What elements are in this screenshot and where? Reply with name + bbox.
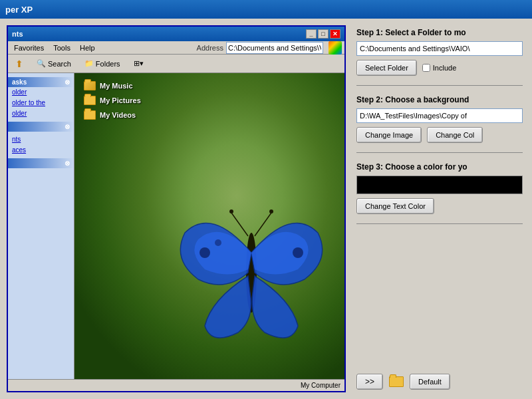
select-folder-button[interactable]: Select Folder — [356, 60, 417, 76]
other-section: ⊗ — [8, 122, 74, 132]
folder-list: My Music My Pictures My Videos — [81, 80, 144, 121]
include-label: Include — [433, 64, 456, 72]
other-chevron[interactable]: ⊗ — [65, 123, 70, 130]
search-icon: 🔍 — [37, 59, 46, 68]
task-link-1[interactable]: older — [8, 87, 74, 98]
svg-point-7 — [269, 209, 273, 213]
svg-line-5 — [255, 213, 271, 236]
svg-line-4 — [231, 213, 248, 236]
videos-folder-icon — [84, 110, 96, 120]
text-color-preview — [356, 176, 523, 194]
app-title: per XP — [5, 5, 33, 15]
step1-section: Step 1: Select a Folder to mo Select Fol… — [356, 28, 523, 76]
bottom-chevron-header: ⊗ — [8, 158, 74, 168]
places-link-1[interactable]: nts — [8, 134, 74, 145]
task-link-3[interactable]: older — [8, 108, 74, 119]
favorites-menu[interactable]: Favorites — [11, 43, 47, 53]
explorer-main-area: My Music My Pictures My Videos — [74, 73, 344, 379]
svg-point-1 — [200, 247, 210, 258]
my-pictures-folder[interactable]: My Pictures — [81, 94, 144, 106]
windows-logo — [329, 41, 342, 55]
help-menu[interactable]: Help — [76, 43, 98, 53]
app-titlebar: per XP — [0, 0, 532, 19]
statusbar-text: My Computer — [301, 382, 340, 389]
step2-button-row: Change Image Change Col — [356, 127, 523, 143]
pictures-folder-icon — [84, 96, 96, 105]
include-checkbox-wrap: Include — [422, 64, 456, 72]
tools-menu[interactable]: Tools — [50, 43, 74, 53]
back-icon: ⬆ — [15, 59, 23, 69]
back-button[interactable]: ⬆ — [11, 57, 28, 71]
step3-button-row: Change Text Color — [356, 198, 523, 214]
svg-point-3 — [293, 247, 303, 258]
right-panel: Step 1: Select a Folder to mo Select Fol… — [354, 25, 525, 392]
my-music-label: My Music — [100, 82, 133, 90]
change-text-color-button[interactable]: Change Text Color — [356, 198, 434, 214]
places-section: nts aces — [8, 134, 74, 156]
svg-point-6 — [229, 209, 233, 213]
browse-folder-icon — [389, 376, 404, 387]
explorer-window: nts _ □ ✕ Favorites Tools Help Address ⬆… — [7, 25, 346, 392]
address-input[interactable] — [226, 42, 323, 54]
folders-icon: 📁 — [84, 59, 94, 68]
search-button[interactable]: 🔍 Search — [32, 57, 76, 71]
my-videos-folder[interactable]: My Videos — [81, 109, 144, 121]
default-button[interactable]: Default — [410, 374, 450, 390]
browse-folder-button[interactable] — [388, 375, 404, 388]
minimize-button[interactable]: _ — [306, 29, 317, 39]
view-icon: ⊞▾ — [134, 59, 144, 68]
tasks-section: asks ⊗ older older to the older — [8, 77, 74, 119]
step2-section: Step 2: Choose a background Change Image… — [356, 95, 523, 143]
change-color-button[interactable]: Change Col — [427, 127, 483, 143]
my-videos-label: My Videos — [100, 111, 136, 119]
explorer-body: asks ⊗ older older to the older ⊗ nts ac… — [8, 73, 344, 379]
places-link-2[interactable]: aces — [8, 145, 74, 156]
explorer-toolbar: ⬆ 🔍 Search 📁 Folders ⊞▾ — [8, 55, 344, 73]
my-pictures-label: My Pictures — [100, 96, 141, 104]
step1-title: Step 1: Select a Folder to mo — [356, 28, 523, 37]
divider-1 — [356, 85, 523, 86]
change-image-button[interactable]: Change Image — [356, 127, 422, 143]
view-button[interactable]: ⊞▾ — [129, 57, 148, 71]
search-label: Search — [48, 60, 71, 68]
close-button[interactable]: ✕ — [330, 29, 340, 39]
divider-3 — [356, 223, 523, 224]
next-button[interactable]: >> — [356, 374, 383, 390]
tasks-chevron[interactable]: ⊗ — [65, 78, 70, 86]
task-link-2[interactable]: older to the — [8, 98, 74, 108]
step2-path-input[interactable] — [356, 108, 523, 123]
bottom-row: >> Default — [356, 374, 523, 390]
step1-button-row: Select Folder Include — [356, 60, 523, 76]
other-header: ⊗ — [8, 122, 74, 132]
explorer-title: nts — [12, 30, 23, 38]
butterfly-image — [158, 166, 344, 379]
explorer-titlebar: nts _ □ ✕ — [8, 27, 344, 41]
step2-title: Step 2: Choose a background — [356, 95, 523, 104]
background-image: My Music My Pictures My Videos — [74, 73, 344, 379]
folders-button[interactable]: 📁 Folders — [80, 57, 125, 71]
bottom-chevron[interactable]: ⊗ — [65, 160, 70, 167]
explorer-statusbar: My Computer — [8, 379, 344, 391]
window-controls: _ □ ✕ — [306, 29, 340, 39]
maximize-button[interactable]: □ — [318, 29, 329, 39]
explorer-menubar: Favorites Tools Help Address — [8, 41, 344, 55]
svg-point-2 — [215, 239, 221, 246]
folders-label: Folders — [96, 60, 120, 68]
music-folder-icon — [84, 81, 96, 90]
bottom-section: ⊗ — [8, 158, 74, 168]
address-label: Address — [197, 44, 223, 52]
step3-section: Step 3: Choose a color for yo Change Tex… — [356, 162, 523, 214]
divider-2 — [356, 152, 523, 153]
my-music-folder[interactable]: My Music — [81, 80, 144, 92]
explorer-sidebar: asks ⊗ older older to the older ⊗ nts ac… — [8, 73, 74, 379]
tasks-header: asks ⊗ — [8, 77, 74, 87]
include-checkbox[interactable] — [422, 64, 430, 72]
step3-title: Step 3: Choose a color for yo — [356, 162, 523, 172]
step1-path-input[interactable] — [356, 41, 523, 56]
